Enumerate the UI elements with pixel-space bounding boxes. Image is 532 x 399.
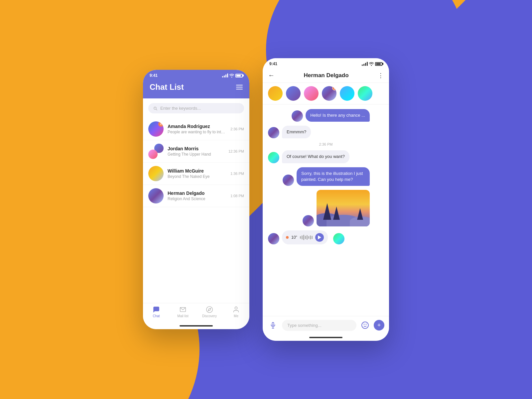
chat-list-body: 2 Amanda Rodriguez People are wanting to… [143, 118, 249, 210]
chat-item-dora[interactable]: Dora Osborne Sleek Hair Sedu Style 1:04 … [143, 207, 249, 210]
story-avatar-2[interactable] [286, 86, 301, 101]
chat-info-william: William McGuire Beyond The Naked Eye [168, 168, 226, 179]
search-bar[interactable]: Enter the keywords... [148, 103, 244, 113]
signal-bar [362, 65, 363, 66]
chat-time-jordan: 12:36 PM [228, 149, 244, 153]
illus-tree3 [357, 208, 363, 220]
input-placeholder: Type something... [287, 323, 322, 328]
chat-item-william[interactable]: William McGuire Beyond The Naked Eye 1:3… [143, 163, 249, 185]
nav-item-discovery[interactable]: Discovery [196, 306, 223, 318]
contact-name: Herman Delgado [279, 72, 374, 79]
wave-bar [310, 235, 311, 239]
story-avatar-5[interactable] [340, 86, 354, 101]
play-button[interactable] [315, 233, 324, 242]
phones-container: 9:41 [143, 58, 389, 341]
wave-bar [303, 235, 304, 240]
signal-bar [363, 64, 364, 66]
status-bar-1: 9:41 [143, 70, 249, 80]
phone-1: 9:41 [143, 70, 249, 329]
phone-2: 9:41 [263, 58, 389, 341]
chat-time-herman: 1:08 PM [230, 194, 244, 198]
search-icon [153, 106, 158, 111]
avatar-herman [148, 188, 164, 203]
status-icons-1 [222, 73, 243, 77]
chat-nav-icon [153, 306, 160, 313]
signal-bar [222, 76, 223, 77]
story-avatar-3[interactable] [304, 86, 319, 101]
story-avatar-1[interactable] [268, 86, 283, 101]
message-input[interactable]: Type something... [282, 320, 356, 331]
add-button[interactable]: + [374, 320, 384, 331]
msg-avatar-voice-right [333, 233, 344, 244]
signal-bar [367, 62, 368, 66]
avatar-jordan-2 [148, 150, 158, 159]
chat-list-title: Chat List [150, 82, 184, 92]
chat-item-amanda[interactable]: 2 Amanda Rodriguez People are wanting to… [143, 118, 249, 140]
signal-bars-1 [222, 73, 228, 77]
menu-line [236, 87, 243, 87]
nav-item-maillist[interactable]: Mail list [170, 306, 196, 318]
illus-tree2 [333, 206, 340, 220]
voice-waves [300, 235, 313, 240]
avatar-amanda: 2 [148, 121, 164, 137]
menu-icon[interactable] [236, 85, 243, 89]
chat-info-amanda: Amanda Rodriguez People are wanting to f… [168, 124, 226, 134]
nav-item-chat[interactable]: Chat [143, 306, 170, 318]
chat-list-header: Chat List [143, 80, 249, 98]
mic-button[interactable] [267, 320, 279, 331]
emoji-icon [361, 321, 369, 329]
badge-amanda: 2 [158, 121, 164, 127]
nav-label-chat: Chat [153, 314, 160, 318]
msg-avatar-sent-2 [283, 175, 294, 186]
msg-avatar-recv-2 [268, 152, 279, 163]
emoji-button[interactable] [360, 320, 370, 331]
sent-image[interactable] [317, 190, 370, 226]
msg-row-voice: 10" [268, 230, 384, 244]
nav-item-me[interactable]: Me [223, 306, 249, 318]
msg-row-received-1: Emmmm? [268, 126, 384, 138]
spacer [143, 210, 249, 303]
wave-bar [308, 236, 309, 239]
svg-marker-2 [208, 308, 211, 311]
bottom-nav: Chat Mail list Discovery [143, 303, 249, 323]
chat-name-amanda: Amanda Rodriguez [168, 124, 226, 129]
signal-bar [224, 75, 225, 77]
illus-tree1 [323, 203, 331, 220]
svg-rect-5 [272, 323, 274, 326]
voice-message[interactable]: 10" [282, 230, 328, 244]
menu-line [236, 85, 243, 85]
wifi-icon-1 [229, 74, 234, 77]
menu-line [236, 89, 243, 89]
msg-row-sent-2: Sorry, this is the illustration I just p… [268, 167, 384, 186]
bubble-received-2: Of course! What do you want? [282, 150, 349, 163]
chat-time-amanda: 2:36 PM [230, 127, 244, 131]
story-avatar-herman[interactable]: 2 [322, 86, 336, 101]
battery-icon-2 [375, 62, 382, 66]
svg-point-1 [206, 307, 212, 313]
story-avatar-6[interactable] [358, 86, 372, 101]
add-icon: + [377, 322, 381, 329]
back-button[interactable]: ← [268, 71, 275, 79]
bubble-received-1: Emmmm? [282, 126, 311, 138]
svg-marker-4 [318, 235, 321, 239]
signal-bar [225, 74, 226, 77]
nav-label-maillist: Mail list [177, 314, 188, 318]
discovery-nav-icon [206, 306, 213, 313]
search-placeholder: Enter the keywords... [160, 106, 201, 111]
wave-bar [312, 236, 313, 239]
signal-bar [365, 63, 366, 66]
chat-item-herman[interactable]: Herman Delgado Religion And Science 1:08… [143, 185, 249, 207]
me-nav-icon [232, 306, 240, 313]
status-icons-2 [362, 62, 382, 66]
home-bar-1 [180, 325, 213, 327]
avatar-william [148, 166, 164, 181]
bubble-sent-1: Hello! Is there any chance ... [306, 109, 370, 122]
maillist-nav-icon [179, 306, 187, 313]
wifi-icon-2 [369, 62, 374, 66]
chat-preview-herman: Religion And Science [168, 197, 226, 201]
more-options-button[interactable]: ⋮ [378, 72, 384, 79]
msg-row-image [268, 190, 384, 226]
chat-info-jordan: Jordan Morris Getting The Upper Hand [168, 146, 224, 157]
chat-item-jordan[interactable]: Jordan Morris Getting The Upper Hand 12:… [143, 140, 249, 163]
signal-bar [227, 73, 228, 77]
